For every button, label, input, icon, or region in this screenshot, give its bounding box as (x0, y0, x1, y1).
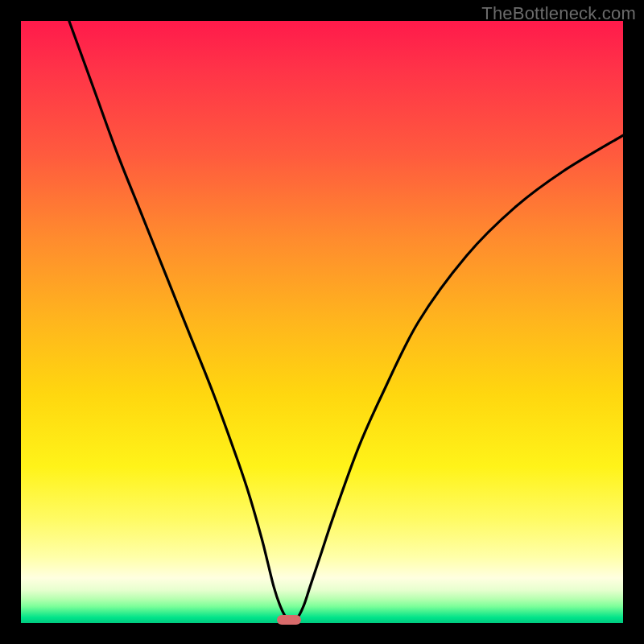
watermark-text: TheBottleneck.com (481, 3, 636, 24)
minimum-marker (277, 615, 301, 625)
curve-layer (21, 21, 623, 623)
curve-path (69, 21, 623, 620)
chart-frame: TheBottleneck.com (0, 0, 644, 644)
